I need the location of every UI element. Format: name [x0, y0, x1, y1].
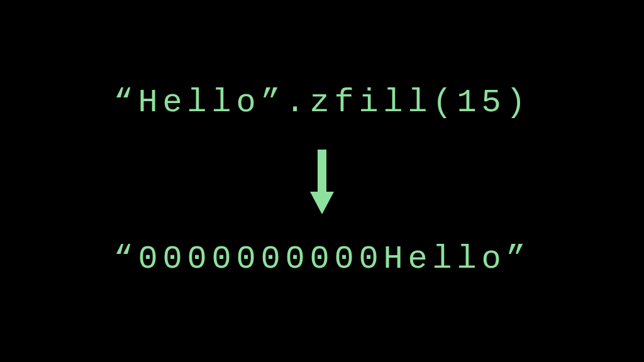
code-input-line: “Hello”.zfill(15) [113, 84, 530, 121]
code-output-line: “0000000000Hello” [113, 241, 530, 278]
arrow-down [306, 146, 338, 216]
arrow-down-icon [306, 146, 338, 216]
svg-marker-1 [310, 192, 334, 214]
